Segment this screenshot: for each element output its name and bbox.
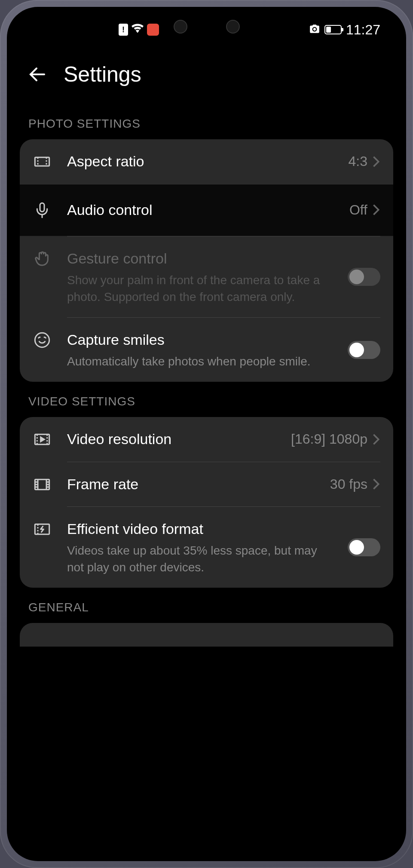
- chevron-right-icon: [372, 433, 380, 446]
- sim-alert-icon: !: [119, 24, 128, 36]
- chevron-right-icon: [372, 203, 380, 216]
- aspect-ratio-icon: [34, 153, 51, 170]
- section-header-general: GENERAL: [20, 588, 393, 623]
- gesture-control-desc: Show your palm in front of the camera to…: [67, 272, 339, 305]
- capture-smiles-row[interactable]: Capture smiles Automatically take photos…: [20, 318, 393, 382]
- phone-frame: ! 11:27 Settings PHOTO SETTINGS: [0, 0, 413, 868]
- phone-screen: ! 11:27 Settings PHOTO SETTINGS: [7, 7, 406, 861]
- microphone-icon: [34, 202, 51, 219]
- header: Settings: [7, 45, 406, 100]
- camera-status-icon: [309, 22, 320, 38]
- general-settings-card: [20, 623, 393, 647]
- video-resolution-label: Video resolution: [67, 429, 282, 450]
- frame-rate-label: Frame rate: [67, 474, 321, 495]
- gesture-control-row: Gesture control Show your palm in front …: [20, 236, 393, 317]
- video-resolution-row[interactable]: Video resolution [16:9] 1080p: [20, 417, 393, 462]
- battery-icon: [324, 25, 342, 34]
- capture-smiles-toggle[interactable]: [348, 341, 380, 359]
- audio-control-label: Audio control: [67, 200, 341, 221]
- efficient-format-icon: [34, 521, 51, 538]
- gesture-control-toggle: [348, 268, 380, 286]
- aspect-ratio-value: 4:3: [349, 153, 367, 169]
- film-icon: [34, 476, 51, 493]
- wifi-icon: [132, 22, 144, 37]
- video-resolution-icon: [34, 431, 51, 448]
- frame-rate-row[interactable]: Frame rate 30 fps: [20, 462, 393, 507]
- aspect-ratio-label: Aspect ratio: [67, 151, 340, 172]
- audio-control-row[interactable]: Audio control Off: [20, 184, 393, 236]
- content: PHOTO SETTINGS Aspect ratio 4:3: [7, 100, 406, 647]
- video-resolution-value: [16:9] 1080p: [291, 431, 367, 447]
- svg-rect-1: [35, 157, 49, 166]
- frame-rate-value: 30 fps: [330, 476, 367, 492]
- svg-rect-4: [40, 203, 44, 212]
- capture-smiles-label: Capture smiles: [67, 330, 339, 350]
- app-notification-icon: [147, 24, 159, 36]
- page-title: Settings: [64, 62, 141, 87]
- chevron-right-icon: [372, 478, 380, 491]
- svg-marker-10: [41, 437, 44, 442]
- photo-settings-card: Aspect ratio 4:3 Audio control: [20, 139, 393, 382]
- section-header-video: VIDEO SETTINGS: [20, 382, 393, 417]
- chevron-right-icon: [372, 155, 380, 168]
- aspect-ratio-row[interactable]: Aspect ratio 4:3: [20, 139, 393, 184]
- efficient-video-label: Efficient video format: [67, 519, 339, 540]
- svg-point-6: [35, 333, 49, 347]
- efficient-video-toggle[interactable]: [348, 538, 380, 556]
- back-button[interactable]: [26, 63, 49, 86]
- hand-icon: [34, 250, 51, 267]
- status-time: 11:27: [346, 22, 380, 38]
- efficient-video-row[interactable]: Efficient video format Videos take up ab…: [20, 507, 393, 588]
- smile-icon: [34, 331, 51, 349]
- section-header-photo: PHOTO SETTINGS: [20, 104, 393, 139]
- capture-smiles-desc: Automatically take photos when people sm…: [67, 353, 339, 370]
- video-settings-card: Video resolution [16:9] 1080p Frame rate: [20, 417, 393, 588]
- efficient-video-desc: Videos take up about 35% less space, but…: [67, 542, 339, 576]
- gesture-control-label: Gesture control: [67, 248, 339, 269]
- audio-control-value: Off: [349, 202, 367, 218]
